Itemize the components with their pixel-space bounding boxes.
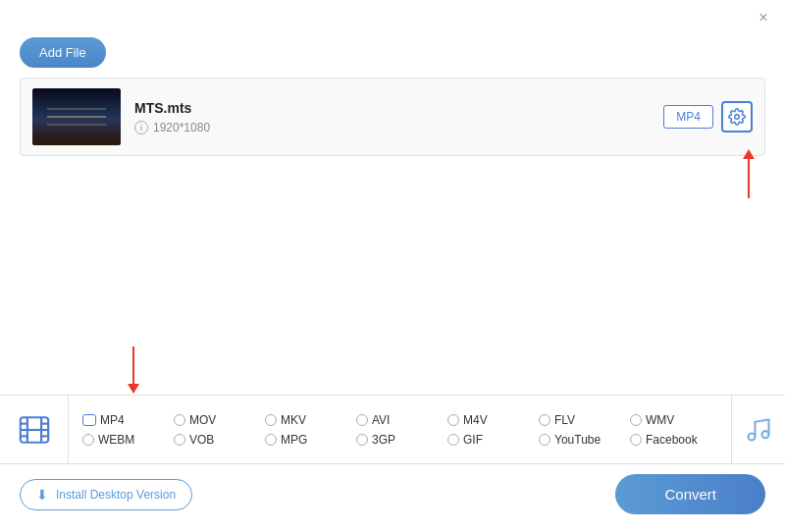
arrow-annotation-mp4 — [128, 346, 139, 394]
file-resolution: 1920*1080 — [153, 121, 210, 134]
format-label-vob: VOB — [189, 433, 214, 447]
format-radio-mov[interactable] — [174, 414, 185, 426]
format-label-wmv: WMV — [646, 413, 674, 427]
top-bar: Add File — [0, 31, 785, 78]
svg-point-9 — [749, 433, 756, 440]
format-label-avi: AVI — [372, 413, 390, 427]
info-icon[interactable]: i — [134, 121, 148, 134]
format-radio-mp4[interactable] — [82, 414, 96, 426]
file-meta: i 1920*1080 — [134, 121, 663, 134]
format-option-3gp[interactable]: 3GP — [356, 433, 444, 447]
format-radio-mpg[interactable] — [265, 434, 277, 446]
file-list: MTS.mts i 1920*1080 MP4 — [20, 78, 765, 156]
add-file-button[interactable]: Add File — [20, 37, 106, 68]
format-radio-mkv[interactable] — [265, 414, 277, 426]
close-button[interactable]: × — [754, 8, 773, 27]
format-radio-youtube[interactable] — [539, 434, 550, 446]
format-option-m4v[interactable]: M4V — [447, 413, 535, 427]
arrow-annotation-settings — [743, 149, 755, 198]
format-option-flv[interactable]: FLV — [539, 413, 626, 427]
format-label-mpg: MPG — [281, 433, 307, 447]
format-radio-m4v[interactable] — [447, 414, 459, 426]
bottom-bar: ⬇ Install Desktop Version Convert — [0, 463, 785, 524]
install-label: Install Desktop Version — [56, 488, 176, 502]
format-label-youtube: YouTube — [554, 433, 601, 447]
svg-point-0 — [735, 115, 740, 120]
install-button[interactable]: ⬇ Install Desktop Version — [20, 479, 192, 510]
file-actions: MP4 — [663, 101, 753, 133]
empty-area — [0, 156, 785, 395]
format-radio-webm[interactable] — [82, 434, 94, 446]
format-radio-vob[interactable] — [174, 434, 185, 446]
format-label-mp4: MP4 — [100, 413, 125, 427]
convert-button[interactable]: Convert — [615, 474, 765, 514]
format-label-gif: GIF — [463, 433, 483, 447]
format-label-webm: WEBM — [98, 433, 134, 447]
format-label-3gp: 3GP — [372, 433, 395, 447]
format-option-webm[interactable]: WEBM — [82, 433, 170, 447]
format-label-m4v: M4V — [463, 413, 488, 427]
format-badge[interactable]: MP4 — [663, 105, 713, 129]
format-option-mov[interactable]: MOV — [174, 413, 261, 427]
format-option-mpg[interactable]: MPG — [265, 433, 352, 447]
format-option-facebook[interactable]: Facebook — [630, 433, 717, 447]
download-icon: ⬇ — [36, 487, 48, 503]
format-radio-wmv[interactable] — [630, 414, 642, 426]
format-radio-flv[interactable] — [539, 414, 550, 426]
settings-button[interactable] — [721, 101, 753, 133]
music-icon-area[interactable] — [731, 396, 785, 463]
format-option-youtube[interactable]: YouTube — [539, 433, 626, 447]
file-name: MTS.mts — [134, 100, 663, 116]
file-thumbnail — [32, 88, 121, 145]
format-panel: MP4 MOV MKV AVI M4V FLV — [0, 395, 785, 463]
format-option-mkv[interactable]: MKV — [265, 413, 352, 427]
svg-point-10 — [762, 431, 769, 438]
format-radio-3gp[interactable] — [356, 434, 368, 446]
format-video-icon-area[interactable] — [0, 396, 69, 463]
format-label-mov: MOV — [189, 413, 216, 427]
file-info: MTS.mts i 1920*1080 — [134, 100, 663, 134]
format-option-mp4[interactable]: MP4 — [82, 413, 170, 427]
format-label-mkv: MKV — [281, 413, 306, 427]
file-item: MTS.mts i 1920*1080 MP4 — [21, 79, 764, 155]
format-option-wmv[interactable]: WMV — [630, 413, 717, 427]
format-option-gif[interactable]: GIF — [447, 433, 535, 447]
format-label-flv: FLV — [554, 413, 575, 427]
format-option-avi[interactable]: AVI — [356, 413, 444, 427]
format-radio-gif[interactable] — [447, 434, 459, 446]
format-label-facebook: Facebook — [646, 433, 698, 447]
format-radio-facebook[interactable] — [630, 434, 642, 446]
title-bar: × — [0, 0, 785, 31]
format-radio-avi[interactable] — [356, 414, 368, 426]
format-option-vob[interactable]: VOB — [174, 433, 261, 447]
format-options-grid: MP4 MOV MKV AVI M4V FLV — [69, 396, 731, 463]
